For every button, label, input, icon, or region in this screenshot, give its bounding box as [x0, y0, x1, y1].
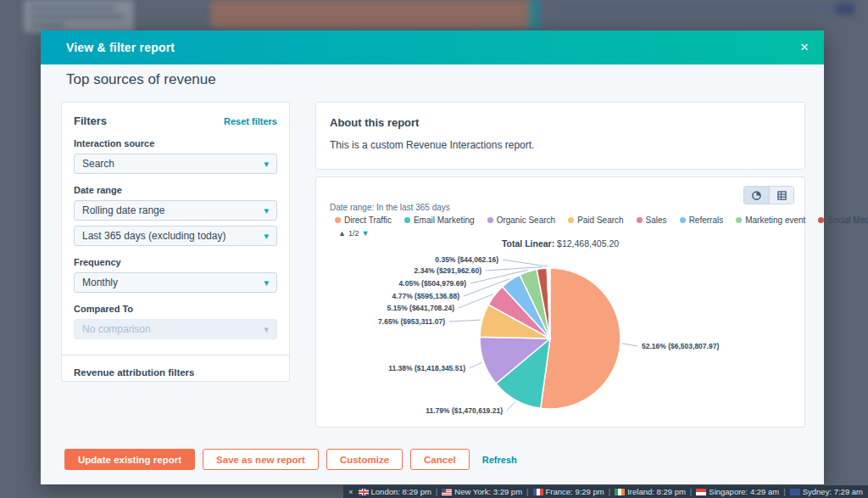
- modal-footer: Update existing report Save as new repor…: [64, 449, 517, 470]
- date-range-value-select[interactable]: Last 365 days (excluding today) ▾: [74, 226, 277, 246]
- interaction-source-label: Interaction source: [74, 138, 277, 148]
- timezone-item: London: 8:29 pm: [359, 487, 431, 496]
- background-text-line: [31, 7, 115, 9]
- select-value: Rolling date range: [82, 204, 164, 216]
- pie-slice-label: 11.79% ($1,470,619.21): [426, 406, 503, 415]
- select-value: No comparison: [82, 323, 151, 335]
- date-range-label: Date range: [74, 185, 277, 195]
- close-icon[interactable]: ×: [800, 38, 809, 57]
- chevron-down-icon: ▾: [264, 277, 269, 288]
- fr-flag-icon: [533, 489, 543, 495]
- about-description: This is a custom Revenue Interactions re…: [330, 139, 791, 151]
- uk-flag-icon: [359, 489, 369, 495]
- filters-panel: Filters Reset filters Interaction source…: [61, 102, 290, 382]
- statusbar-separator: |: [436, 487, 437, 496]
- statusbar-close-icon[interactable]: ×: [348, 488, 353, 496]
- statusbar-separator: |: [526, 487, 528, 496]
- frequency-label: Frequency: [74, 257, 277, 267]
- label-leader-line: [503, 260, 548, 266]
- chevron-down-icon: ▾: [264, 205, 269, 216]
- background-banner: [210, 0, 532, 28]
- modal-title: View & filter report: [66, 41, 175, 54]
- timezone-label: London: 8:29 pm: [371, 487, 431, 496]
- chevron-down-icon: ▾: [264, 324, 269, 335]
- legend-label: Social Media: [827, 215, 868, 225]
- timezone-item: Ireland: 8:29 pm: [615, 487, 686, 496]
- cancel-button[interactable]: Cancel: [410, 449, 470, 470]
- select-value: Last 365 days (excluding today): [82, 230, 225, 242]
- timezone-label: New York: 3:29 pm: [454, 487, 522, 496]
- timezone-label: Sydney: 7:29 am: [803, 487, 863, 496]
- pie-slice-label: 7.65% ($953,311.07): [378, 317, 445, 326]
- timezone-statusbar: × London: 8:29 pm|New York: 3:29 pm|Fran…: [0, 485, 868, 498]
- date-range-type-select[interactable]: Rolling date range ▾: [74, 200, 277, 221]
- refresh-link[interactable]: Refresh: [482, 455, 517, 465]
- label-leader-line: [470, 362, 482, 368]
- update-existing-report-button[interactable]: Update existing report: [64, 449, 195, 470]
- label-leader-line: [622, 344, 637, 346]
- about-panel: About this report This is a custom Reven…: [315, 102, 805, 170]
- background-strip: [527, 0, 541, 31]
- customize-button[interactable]: Customize: [326, 449, 403, 470]
- select-value: Search: [82, 158, 114, 170]
- divider: [62, 355, 289, 355]
- background-card: [24, 0, 134, 32]
- select-value: Monthly: [82, 277, 118, 288]
- compared-to-select: No comparison ▾: [74, 319, 277, 339]
- compared-to-label: Compared To: [74, 304, 277, 314]
- modal-header: View & filter report ×: [41, 31, 824, 64]
- pie-slice-label: 5.15% ($641,708.24): [387, 304, 455, 312]
- chevron-down-icon: ▾: [264, 231, 269, 242]
- interaction-source-select[interactable]: Search ▾: [74, 154, 277, 174]
- label-leader-line: [449, 320, 481, 322]
- statusbar-separator: |: [690, 487, 692, 496]
- timezone-item: France: 9:29 pm: [533, 487, 604, 496]
- page-title: Top sources of revenue: [66, 71, 216, 88]
- save-as-new-report-button[interactable]: Save as new report: [203, 449, 319, 470]
- timezone-item: New York: 3:29 pm: [442, 487, 522, 496]
- frequency-select[interactable]: Monthly ▾: [74, 272, 277, 293]
- pie-slice-label: 0.35% ($44,062.16): [435, 255, 498, 264]
- timezone-item: Singapore: 4:29 am: [696, 487, 779, 496]
- view-filter-report-modal: View & filter report × Top sources of re…: [41, 31, 824, 484]
- pie-slice[interactable]: [541, 268, 620, 409]
- sg-flag-icon: [696, 489, 706, 495]
- legend-dot-icon: [818, 217, 824, 223]
- filters-heading: Filters: [74, 115, 107, 127]
- pie-chart: 52.16% ($6,503,807.97)11.79% ($1,470,619…: [316, 177, 806, 428]
- background-button: [836, 3, 854, 14]
- background-toolbar: [559, 3, 854, 15]
- pie-slice-label: 4.77% ($595,136.88): [392, 292, 460, 300]
- pie-slice-label: 11.38% ($1,418,345.51): [388, 364, 465, 372]
- ie-flag-icon: [615, 489, 625, 495]
- timezone-item: Sydney: 7:29 am: [790, 487, 863, 496]
- statusbar-separator: |: [609, 487, 610, 496]
- pie-slice-label: 52.16% ($6,503,807.97): [642, 342, 719, 350]
- attribution-filters-label: Revenue attribution filters: [74, 367, 277, 378]
- timezone-label: Singapore: 4:29 am: [709, 487, 779, 496]
- au-flag-icon: [790, 489, 800, 495]
- statusbar-separator: |: [783, 487, 785, 496]
- timezone-label: Ireland: 8:29 pm: [627, 487, 686, 496]
- timezone-label: France: 9:29 pm: [546, 487, 604, 496]
- pie-slice-label: 4.05% ($504,979.69): [399, 279, 467, 288]
- about-heading: About this report: [330, 116, 791, 129]
- pie-slice-label: 2.34% ($291,962.60): [415, 266, 482, 275]
- reset-filters-link[interactable]: Reset filters: [224, 116, 277, 126]
- us-flag-icon: [442, 489, 452, 495]
- legend-item[interactable]: Social Media: [818, 215, 868, 225]
- label-leader-line: [507, 401, 515, 411]
- chevron-down-icon: ▾: [264, 159, 269, 170]
- background-text-line: [31, 15, 124, 18]
- background-text-line: [31, 24, 64, 26]
- chart-panel: Date range: In the last 365 days Direct …: [315, 176, 805, 428]
